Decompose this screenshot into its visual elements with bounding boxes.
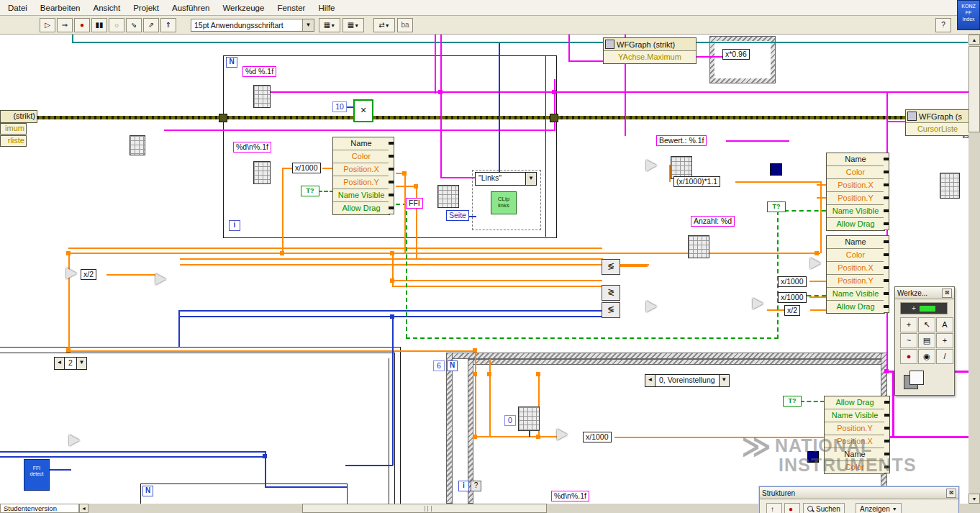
- scroll-down-icon[interactable]: ▼: [968, 494, 980, 504]
- format-into-string-icon[interactable]: [253, 161, 271, 184]
- property-row-color[interactable]: Color: [827, 166, 884, 179]
- menu-datei[interactable]: Datei: [1, 1, 34, 14]
- build-array-icon[interactable]: [940, 173, 960, 199]
- object-shortcut-menu-tool[interactable]: ▤: [918, 333, 935, 348]
- palette-search-button[interactable]: Suchen: [803, 503, 845, 513]
- scroll-window-tool[interactable]: +: [936, 333, 953, 348]
- reorder-button[interactable]: ba: [397, 18, 413, 32]
- menu-ausfuehren[interactable]: Ausführen: [165, 1, 216, 14]
- set-color-tool[interactable]: [904, 371, 925, 389]
- close-icon[interactable]: ⊠: [942, 289, 952, 298]
- expression-node-x2[interactable]: x/2: [81, 269, 96, 280]
- property-node-wfgraph-right[interactable]: WFGraph (s CursorListe: [905, 109, 970, 136]
- colorbox-constant[interactable]: [770, 163, 782, 176]
- string-constant-ffi[interactable]: FFI: [406, 198, 423, 209]
- menu-ansicht[interactable]: Ansicht: [86, 1, 127, 14]
- property-row-allow-drag[interactable]: Allow Drag: [827, 301, 884, 313]
- format-into-string-icon[interactable]: [130, 135, 145, 155]
- vertical-scrollbar[interactable]: ▲ ▼: [968, 35, 980, 504]
- breakpoint-tool[interactable]: ●: [900, 349, 917, 364]
- links-combo-box[interactable]: "Links" ▼: [475, 172, 537, 186]
- true-constant[interactable]: T?: [783, 396, 802, 407]
- connect-wire-tool[interactable]: ~: [900, 333, 917, 348]
- property-node-left-cut-row2[interactable]: rliste: [0, 135, 27, 147]
- string-constant-format-top[interactable]: %d %.1f: [242, 66, 276, 77]
- help-button[interactable]: ?: [935, 18, 951, 32]
- menu-fenster[interactable]: Fenster: [271, 1, 312, 14]
- step-into-button[interactable]: ⇘: [126, 18, 142, 32]
- case-selector-voreinstellung[interactable]: ◄ 0, Voreinstellung ▼: [645, 374, 730, 387]
- resize-objects-button[interactable]: ⇄▼: [373, 18, 395, 32]
- expression-node-x1000[interactable]: x/1000: [778, 292, 807, 303]
- true-constant[interactable]: T?: [301, 186, 319, 196]
- property-row-yachse-maximum[interactable]: YAchse.Maximum: [604, 51, 696, 63]
- edit-text-tool[interactable]: A: [936, 317, 953, 332]
- clip-links-node[interactable]: CLip links: [491, 191, 517, 214]
- operate-value-tool[interactable]: +: [900, 317, 917, 332]
- font-selector[interactable]: 15pt Anwendungsschriftart ▼: [191, 19, 314, 32]
- property-row-position-y[interactable]: Position.Y: [333, 176, 389, 189]
- property-row-name-visible[interactable]: Name Visible: [827, 288, 884, 301]
- expression-node-x1000-mul[interactable]: (x/1000)*1.1: [673, 176, 720, 187]
- scroll-up-icon[interactable]: ▲: [968, 35, 980, 45]
- expression-node-x1000[interactable]: x/1000: [292, 163, 321, 173]
- string-constant-bewert[interactable]: Bewert.: %.1f: [656, 135, 707, 146]
- property-row-name[interactable]: Name: [333, 137, 389, 150]
- property-row-name[interactable]: Name: [827, 153, 884, 166]
- property-node-right-a[interactable]: Name Color Position.X Position.Y Name Vi…: [826, 153, 885, 231]
- max-min-node[interactable]: ≶: [602, 302, 620, 318]
- numeric-constant-0[interactable]: 0: [504, 415, 516, 426]
- position-select-tool[interactable]: ↖: [918, 317, 935, 332]
- menu-hilfe[interactable]: Hilfe: [312, 1, 341, 14]
- palette-display-button[interactable]: Anzeigen▼: [856, 503, 902, 513]
- format-into-string-icon[interactable]: [688, 235, 709, 258]
- max-min-node[interactable]: ≶: [602, 259, 620, 275]
- run-button[interactable]: ▷: [40, 18, 55, 32]
- case-dropdown-icon[interactable]: ▼: [76, 358, 86, 369]
- step-over-button[interactable]: ⇗: [143, 18, 159, 32]
- expression-node-x096[interactable]: x*0.96: [722, 49, 750, 60]
- step-out-button[interactable]: ⇑: [160, 18, 176, 32]
- property-node-left-cut-title[interactable]: (strikt): [0, 110, 37, 123]
- align-objects-button[interactable]: ▦▼: [319, 18, 340, 32]
- property-node-wfgraph-top[interactable]: WFGraph (strikt) YAchse.Maximum: [603, 37, 697, 64]
- true-constant[interactable]: T?: [767, 201, 786, 212]
- property-row-position-x[interactable]: Position.X: [333, 163, 389, 176]
- max-min-node[interactable]: ≷: [602, 285, 620, 301]
- build-array-icon[interactable]: [437, 185, 459, 208]
- numeric-constant-6[interactable]: 6: [433, 360, 445, 371]
- property-row-color[interactable]: Color: [827, 249, 884, 262]
- loop-count-terminal-case[interactable]: N: [447, 360, 458, 371]
- property-row-name-visible[interactable]: Name Visible: [825, 409, 885, 422]
- operator-triangle[interactable]: [155, 273, 166, 285]
- case-selector-left[interactable]: ◄ 2 ▼: [54, 357, 87, 370]
- pause-button[interactable]: ▮▮: [91, 18, 107, 32]
- operator-triangle[interactable]: [810, 258, 821, 269]
- close-icon[interactable]: ⊠: [946, 489, 956, 498]
- horizontal-scroll-thumb[interactable]: [302, 504, 547, 513]
- font-dropdown-icon[interactable]: ▼: [302, 19, 314, 31]
- string-constant-anzahl[interactable]: Anzahl: %d: [691, 216, 735, 227]
- expression-node-x2[interactable]: x/2: [784, 305, 800, 316]
- expression-node-x1000[interactable]: x/1000: [778, 276, 807, 287]
- property-row-name-visible[interactable]: Name Visible: [827, 205, 884, 218]
- operator-triangle[interactable]: [557, 429, 568, 440]
- case-next-icon[interactable]: ▼: [719, 375, 729, 386]
- ffi-detect-subvi[interactable]: FFI detect: [24, 459, 50, 491]
- case-prev-icon[interactable]: ◄: [645, 375, 655, 386]
- run-continuous-button[interactable]: ⇒: [57, 18, 73, 32]
- property-row-color[interactable]: Color: [333, 150, 389, 163]
- menu-bearbeiten[interactable]: Bearbeiten: [34, 1, 87, 14]
- string-constant-format-mid[interactable]: %d\n%.1f: [233, 142, 271, 153]
- loop-count-terminal-bottom[interactable]: N: [142, 486, 153, 496]
- abort-button[interactable]: ●: [74, 18, 90, 32]
- property-row-allow-drag[interactable]: Allow Drag: [825, 396, 885, 409]
- vertical-scroll-thumb[interactable]: [968, 46, 980, 132]
- property-row-position-y[interactable]: Position.Y: [825, 422, 885, 435]
- property-row-allow-drag[interactable]: Allow Drag: [827, 218, 884, 230]
- combo-dropdown-icon[interactable]: ▼: [525, 173, 536, 185]
- property-row-position-y[interactable]: Position.Y: [827, 275, 884, 288]
- case-prev-icon[interactable]: ◄: [55, 358, 65, 369]
- probe-tool[interactable]: ◉: [918, 349, 935, 364]
- property-node-center[interactable]: Name Color Position.X Position.Y Name Vi…: [332, 137, 390, 215]
